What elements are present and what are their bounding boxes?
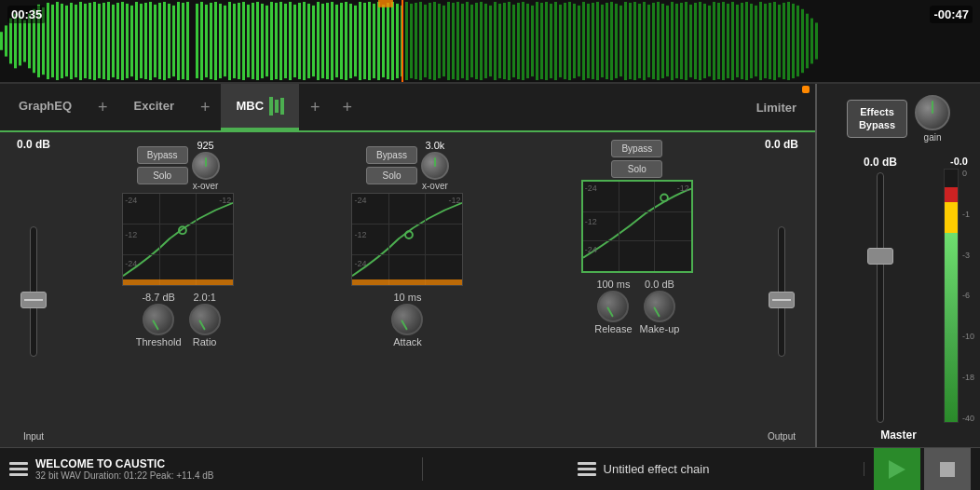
input-fader-thumb[interactable] (20, 292, 47, 308)
svg-rect-70 (326, 3, 329, 79)
svg-rect-106 (494, 2, 497, 80)
output-label: Output (768, 431, 796, 442)
svg-rect-166 (773, 2, 776, 80)
svg-rect-162 (755, 6, 757, 76)
svg-rect-67 (312, 6, 315, 76)
tab-add-4[interactable]: + (332, 84, 364, 130)
svg-rect-142 (661, 4, 664, 78)
svg-rect-109 (508, 2, 510, 80)
time-right: -00:47 (930, 6, 973, 23)
svg-rect-15 (65, 6, 68, 76)
band1-threshold-label: Threshold (136, 336, 182, 347)
band3-graph-ml: -12 (585, 217, 597, 226)
band1-threshold-knob[interactable] (143, 304, 174, 335)
band1-col: Bypass Solo 925 x-over -24 -12 -12 -24 (65, 138, 291, 442)
band2-xover-knob[interactable] (421, 152, 449, 180)
svg-rect-169 (787, 2, 790, 80)
band3-bypass-btn[interactable]: Bypass (611, 140, 662, 157)
tab-exciter[interactable]: Exciter (119, 84, 189, 130)
chain-name: Untitled effect chain (604, 462, 710, 476)
svg-rect-78 (363, 3, 366, 79)
svg-rect-12 (51, 5, 54, 77)
band3-release-knob[interactable] (597, 291, 629, 322)
master-fader-thumb[interactable] (867, 248, 893, 265)
band3-release-label: Release (594, 323, 632, 334)
svg-point-179 (406, 231, 414, 238)
svg-rect-24 (107, 2, 110, 80)
output-fader-track[interactable] (778, 226, 785, 357)
band2-solo-btn[interactable]: Solo (366, 167, 417, 184)
band1-solo-btn[interactable]: Solo (137, 167, 188, 184)
svg-rect-26 (116, 3, 119, 79)
band2-attack-row: 10 ms Attack (391, 292, 423, 347)
svg-rect-133 (619, 6, 622, 76)
svg-rect-84 (391, 2, 394, 80)
tab-add-3[interactable]: + (299, 84, 332, 130)
svg-rect-127 (592, 3, 594, 79)
effects-bypass-btn[interactable]: EffectsBypass (847, 100, 907, 137)
band3-solo-btn[interactable]: Solo (611, 160, 662, 178)
svg-rect-33 (149, 2, 152, 80)
svg-rect-173 (806, 14, 809, 69)
svg-rect-143 (666, 6, 669, 76)
menu-icon[interactable] (9, 462, 28, 476)
svg-rect-177 (378, 0, 393, 7)
svg-rect-14 (61, 4, 63, 78)
play-button[interactable] (874, 448, 920, 491)
band3-graph-bl: -24 (585, 245, 597, 254)
svg-rect-146 (680, 3, 683, 79)
svg-rect-121 (564, 3, 566, 79)
vu-bars: 0 -1 -3 -6 -10 -18 -40 (944, 169, 974, 423)
band2-xover-knob-container: 3.0k x-over (421, 140, 449, 191)
master-db: 0.0 dB (864, 156, 897, 169)
band3-makeup-knob[interactable] (644, 291, 675, 322)
band2-graph-bl: -24 (354, 259, 366, 268)
svg-rect-117 (545, 2, 548, 80)
master-fader-track[interactable] (877, 172, 884, 423)
svg-rect-54 (252, 3, 254, 79)
band3-makeup-row: 0.0 dB Make-up (640, 279, 680, 334)
svg-rect-35 (158, 3, 161, 79)
input-label: Input (23, 431, 44, 442)
svg-rect-141 (657, 2, 660, 80)
band2-graph[interactable]: -24 -12 -12 -24 (351, 193, 463, 286)
svg-rect-23 (102, 3, 105, 79)
svg-rect-161 (750, 4, 753, 78)
output-fader-thumb[interactable] (769, 292, 795, 308)
svg-rect-129 (601, 5, 604, 77)
svg-rect-82 (382, 5, 385, 77)
band2-attack-knob[interactable] (391, 304, 423, 335)
tab-limiter[interactable]: Limiter (742, 84, 811, 130)
graph3-vline2 (654, 182, 655, 271)
svg-rect-135 (629, 3, 632, 79)
svg-rect-45 (210, 3, 212, 79)
stop-button[interactable] (924, 448, 971, 491)
input-fader-track[interactable] (30, 226, 37, 357)
band1-bypass-btn[interactable]: Bypass (137, 146, 188, 164)
svg-rect-122 (568, 2, 571, 80)
svg-rect-28 (126, 4, 129, 78)
tab-mbc[interactable]: MBC (221, 84, 299, 130)
vu-red (945, 187, 958, 202)
svg-rect-134 (624, 2, 627, 80)
band1-ratio-knob[interactable] (189, 304, 221, 335)
svg-rect-172 (801, 9, 804, 73)
band3-graph[interactable]: -24 -12 -12 -24 (581, 180, 693, 273)
band1-ratio-label: Ratio (193, 336, 217, 347)
band2-bypass-btn[interactable]: Bypass (366, 146, 417, 164)
chain-menu-icon[interactable] (578, 462, 596, 476)
band1-xover-knob[interactable] (192, 152, 220, 180)
tab-add-2[interactable]: + (189, 84, 222, 130)
svg-rect-102 (475, 3, 478, 79)
tab-grapheq[interactable]: GraphEQ (4, 84, 87, 130)
band1-graph[interactable]: -24 -12 -12 -24 (122, 193, 234, 286)
svg-rect-27 (121, 2, 124, 80)
svg-rect-62 (289, 2, 292, 80)
svg-rect-103 (480, 2, 483, 80)
svg-point-180 (660, 194, 668, 201)
tab-add-1[interactable]: + (87, 84, 119, 130)
svg-rect-93 (433, 2, 436, 80)
svg-rect-175 (815, 22, 818, 59)
svg-rect-61 (284, 4, 287, 78)
gain-knob[interactable] (915, 95, 950, 130)
